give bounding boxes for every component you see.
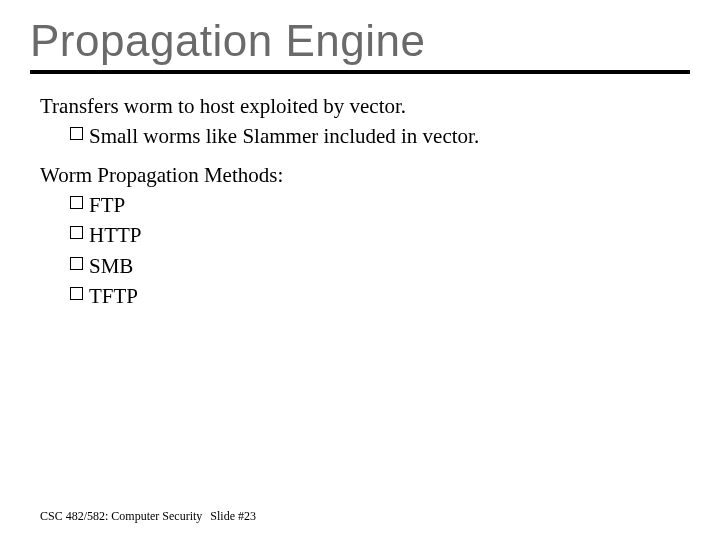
methods-list: FTP HTTP SMB TFTP xyxy=(40,191,680,310)
list-item-text: SMB xyxy=(89,252,133,280)
list-item: Small worms like Slammer included in vec… xyxy=(70,122,680,150)
square-bullet-icon xyxy=(70,257,83,270)
square-bullet-icon xyxy=(70,287,83,300)
title-underline xyxy=(30,70,690,74)
slide-body: Transfers worm to host exploited by vect… xyxy=(0,92,720,310)
list-item-text: HTTP xyxy=(89,221,142,249)
list-item: FTP xyxy=(70,191,680,219)
list-item-text: TFTP xyxy=(89,282,138,310)
footer-course: CSC 482/582: Computer Security xyxy=(40,509,202,523)
square-bullet-icon xyxy=(70,127,83,140)
square-bullet-icon xyxy=(70,196,83,209)
paragraph-2: Worm Propagation Methods: xyxy=(40,161,680,189)
slide-footer: CSC 482/582: Computer SecuritySlide #23 xyxy=(40,509,256,524)
square-bullet-icon xyxy=(70,226,83,239)
paragraph-1: Transfers worm to host exploited by vect… xyxy=(40,92,680,120)
list-item-text: FTP xyxy=(89,191,125,219)
paragraph-1-sublist: Small worms like Slammer included in vec… xyxy=(40,122,680,150)
list-item-text: Small worms like Slammer included in vec… xyxy=(89,122,479,150)
list-item: TFTP xyxy=(70,282,680,310)
slide-title: Propagation Engine xyxy=(0,0,720,70)
footer-slide-number: Slide #23 xyxy=(210,509,256,523)
list-item: SMB xyxy=(70,252,680,280)
list-item: HTTP xyxy=(70,221,680,249)
